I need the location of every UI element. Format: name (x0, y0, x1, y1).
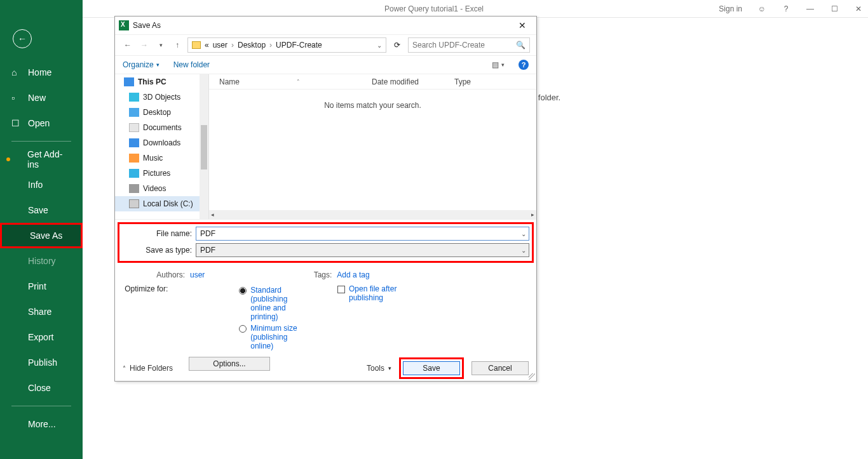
file-name-field[interactable]: PDF ⌄ (196, 227, 529, 241)
tools-menu[interactable]: Tools ▾ (367, 364, 391, 373)
sign-in-link[interactable]: Sign in (719, 4, 742, 13)
tree-node-label: Music (143, 154, 163, 163)
scroll-right-icon[interactable]: ▸ (531, 211, 534, 218)
home-icon: ⌂ (11, 67, 22, 77)
save-button[interactable]: Save (403, 361, 460, 375)
scroll-left-icon[interactable]: ◂ (211, 211, 214, 218)
authors-value[interactable]: user (190, 270, 205, 279)
address-bar[interactable]: « user › Desktop › UPDF-Create ⌄ (187, 37, 386, 53)
nav-chevron-down-icon[interactable]: ▾ (154, 42, 167, 48)
tree-node-label: Videos (143, 184, 166, 193)
sidebar-item-info[interactable]: Info (0, 172, 83, 197)
chevron-down-icon: ▾ (388, 365, 391, 371)
pc-icon (124, 77, 134, 86)
view-menu[interactable]: ▤ ▾ (492, 60, 505, 69)
search-box[interactable]: 🔍 (408, 37, 530, 53)
backstage-sidebar: ← ⌂ Home ▫ New ☐ Open Get Add-ins Info S… (0, 0, 83, 459)
checkbox-icon (337, 286, 345, 293)
nav-up-icon[interactable]: ↑ (171, 41, 184, 50)
list-h-scrollbar[interactable]: ◂ ▸ (209, 210, 536, 219)
sidebar-item-publish[interactable]: Publish (0, 350, 83, 375)
folder-icon (192, 41, 201, 49)
tree-node-documents[interactable]: Documents (115, 120, 208, 135)
sidebar-item-more[interactable]: More... (0, 411, 83, 437)
dialog-help-icon[interactable]: ? (519, 60, 529, 70)
tree-node-3d-objects[interactable]: 3D Objects (115, 90, 208, 105)
column-name[interactable]: Name (219, 77, 240, 86)
back-button[interactable]: ← (13, 29, 32, 48)
sidebar-item-history: History (0, 248, 83, 274)
sidebar-item-label: History (28, 256, 56, 266)
sidebar-item-save[interactable]: Save (0, 197, 83, 223)
help-icon[interactable]: ? (782, 4, 790, 13)
folder-tree[interactable]: This PC 3D Objects Desktop Documents Dow… (115, 74, 209, 219)
scrollbar-thumb[interactable] (201, 125, 207, 170)
tree-node-downloads[interactable]: Downloads (115, 135, 208, 150)
dialog-toolbar: Organize ▾ New folder ▤ ▾ ? (115, 56, 536, 74)
window-close-icon[interactable]: ✕ (854, 4, 863, 13)
window-minimize-icon[interactable]: — (806, 4, 815, 13)
hide-folders-label: Hide Folders (130, 364, 173, 373)
sidebar-item-label: Get Add-ins (27, 149, 71, 170)
checkbox-label: Open file after publishing (349, 284, 425, 302)
tree-node-desktop[interactable]: Desktop (115, 105, 208, 120)
nav-back-icon[interactable]: ← (121, 41, 134, 50)
refresh-icon[interactable]: ⟳ (390, 41, 404, 50)
sidebar-item-print[interactable]: Print (0, 274, 83, 299)
radio-icon (239, 287, 247, 295)
hide-folders-toggle[interactable]: ˄ Hide Folders (123, 364, 173, 373)
dialog-close-icon[interactable]: ✕ (513, 20, 531, 30)
documents-icon (129, 123, 139, 132)
optimize-for-label: Optimize for: (121, 284, 168, 293)
tags-field[interactable]: Add a tag (337, 270, 369, 279)
organize-menu[interactable]: Organize ▾ (123, 60, 159, 69)
breadcrumb-part[interactable]: user (213, 41, 227, 50)
sidebar-item-label: New (28, 93, 46, 103)
sidebar-item-save-as[interactable]: Save As (0, 223, 83, 248)
tree-scrollbar[interactable] (200, 74, 208, 219)
feedback-icon[interactable]: ☺ (757, 4, 766, 13)
save-as-type-value: PDF (200, 246, 215, 255)
file-list[interactable]: Name ˄ Date modified Type No items match… (209, 74, 536, 219)
column-headers[interactable]: Name ˄ Date modified Type (209, 74, 536, 90)
tree-node-videos[interactable]: Videos (115, 181, 208, 196)
sidebar-item-label: Open (28, 118, 50, 128)
tree-node-this-pc[interactable]: This PC (115, 74, 208, 90)
tree-node-label: This PC (138, 77, 166, 86)
sidebar-item-label: Publish (28, 357, 57, 368)
search-icon[interactable]: 🔍 (516, 41, 526, 50)
tags-label: Tags: (306, 270, 332, 279)
save-as-type-field[interactable]: PDF ⌄ (196, 243, 529, 257)
open-after-publish-checkbox[interactable]: Open file after publishing (337, 284, 425, 302)
sidebar-item-open[interactable]: ☐ Open (0, 110, 83, 136)
sidebar-item-home[interactable]: ⌂ Home (0, 60, 83, 85)
new-folder-button[interactable]: New folder (173, 60, 210, 69)
address-dropdown-icon[interactable]: ⌄ (377, 42, 382, 49)
sidebar-item-get-addins[interactable]: Get Add-ins (0, 147, 83, 172)
breadcrumb-part[interactable]: Desktop (238, 41, 266, 50)
sidebar-item-export[interactable]: Export (0, 324, 83, 350)
optimize-minimum-radio[interactable]: Minimum size (publishing online) (172, 323, 299, 352)
annotation-highlight-fields: File name: PDF ⌄ Save as type: PDF ⌄ (118, 222, 534, 263)
sidebar-item-share[interactable]: Share (0, 299, 83, 324)
sidebar-item-close[interactable]: Close (0, 375, 83, 401)
nav-forward-icon[interactable]: → (138, 41, 151, 50)
tree-node-local-disk-c[interactable]: Local Disk (C:) (115, 196, 208, 211)
breadcrumb-part[interactable]: UPDF-Create (276, 41, 322, 50)
optimize-standard-radio[interactable]: Standard (publishing online and printing… (172, 284, 299, 323)
sidebar-item-new[interactable]: ▫ New (0, 85, 83, 110)
column-date-modified[interactable]: Date modified (372, 77, 454, 86)
chevron-down-icon[interactable]: ⌄ (521, 230, 526, 237)
chevron-down-icon[interactable]: ⌄ (521, 247, 526, 254)
tree-node-pictures[interactable]: Pictures (115, 166, 208, 181)
tree-node-label: Local Disk (C:) (143, 199, 193, 208)
save-as-dialog: Save As ✕ ← → ▾ ↑ « user › Desktop › UPD… (114, 16, 537, 382)
search-input[interactable] (412, 41, 512, 50)
pictures-icon (129, 169, 139, 178)
sort-indicator-icon: ˄ (297, 79, 300, 85)
cancel-button[interactable]: Cancel (471, 361, 529, 375)
tree-node-music[interactable]: Music (115, 150, 208, 166)
window-restore-icon[interactable]: ☐ (830, 4, 839, 13)
resize-grip-icon[interactable] (529, 373, 535, 380)
column-type[interactable]: Type (454, 77, 505, 86)
